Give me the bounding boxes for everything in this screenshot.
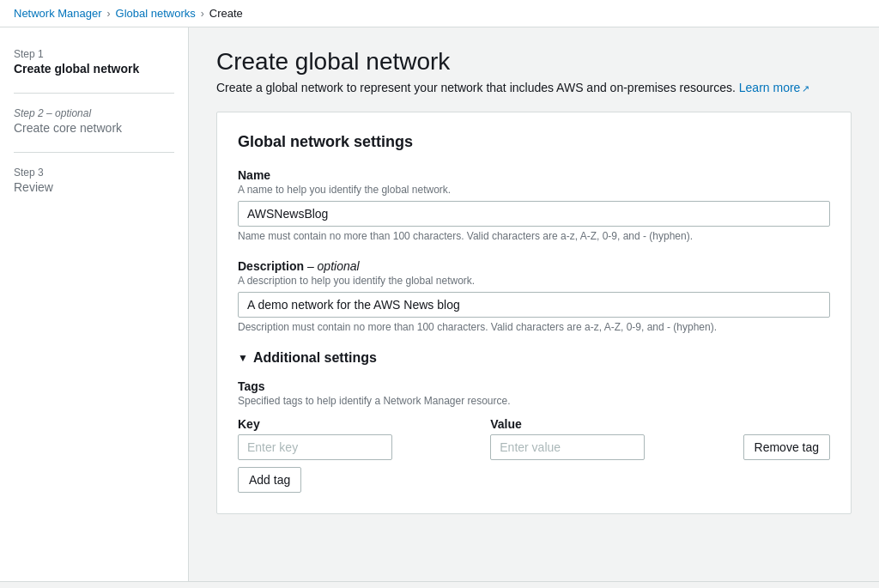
remove-tag-button[interactable]: Remove tag (743, 434, 830, 460)
page-title: Create global network (216, 48, 852, 76)
tags-hint: Specified tags to help identify a Networ… (238, 395, 830, 407)
name-label: Name (238, 168, 830, 182)
add-tag-button[interactable]: Add tag (238, 467, 301, 493)
breadcrumb-sep-1: › (107, 8, 111, 20)
sidebar: Step 1 Create global network Step 2 – op… (0, 27, 189, 581)
breadcrumb-network-manager[interactable]: Network Manager (14, 7, 102, 20)
tags-section: Tags Specified tags to help identify a N… (238, 379, 830, 493)
step-2-label: Step 2 – optional (14, 107, 174, 119)
tag-value-input[interactable] (490, 434, 645, 460)
remove-tag-wrapper: Remove tag (743, 417, 830, 460)
step-1-name: Create global network (14, 62, 174, 76)
step-3-item: Step 3 Review (14, 167, 174, 194)
description-label: Description – optional (238, 259, 830, 273)
breadcrumb-create: Create (209, 7, 243, 20)
name-input[interactable] (238, 201, 830, 227)
description-hint: A description to help you identify the g… (238, 275, 830, 287)
page-description: Create a global network to represent you… (216, 81, 852, 94)
footer-actions: Cancel Next (0, 581, 879, 588)
step-2-item: Step 2 – optional Create core network (14, 107, 174, 135)
breadcrumb-sep-2: › (201, 8, 204, 20)
accordion-expand-icon: ▼ (238, 352, 248, 364)
step-1-label: Step 1 (14, 48, 174, 60)
step-3-label: Step 3 (14, 167, 174, 179)
tag-value-label: Value (490, 417, 732, 431)
breadcrumb-global-networks[interactable]: Global networks (116, 7, 196, 20)
description-form-group: Description – optional A description to … (238, 259, 830, 333)
description-constraint: Description must contain no more than 10… (238, 321, 830, 333)
tags-label: Tags (238, 379, 830, 393)
learn-more-link[interactable]: Learn more↗ (739, 81, 810, 94)
tag-key-input[interactable] (238, 434, 392, 460)
step-2-name: Create core network (14, 121, 174, 135)
additional-settings-section: ▼ Additional settings Tags Specified tag… (238, 350, 830, 493)
main-layout: Step 1 Create global network Step 2 – op… (0, 27, 879, 581)
step-divider-2 (14, 152, 174, 153)
global-network-settings-card: Global network settings Name A name to h… (216, 112, 852, 514)
card-title: Global network settings (238, 133, 830, 151)
step-3-name: Review (14, 180, 174, 194)
tag-key-col: Key (238, 417, 480, 460)
additional-settings-label: Additional settings (253, 350, 377, 366)
tag-value-col: Value (490, 417, 732, 460)
description-input[interactable] (238, 292, 830, 318)
step-1-item: Step 1 Create global network (14, 48, 174, 76)
content-area: Create global network Create a global ne… (189, 27, 879, 581)
name-constraint: Name must contain no more than 100 chara… (238, 230, 830, 242)
name-hint: A name to help you identify the global n… (238, 184, 830, 196)
step-divider-1 (14, 93, 174, 94)
tag-input-row: Key Value Remove tag (238, 417, 830, 460)
tag-key-label: Key (238, 417, 480, 431)
external-link-icon: ↗ (802, 83, 809, 94)
name-form-group: Name A name to help you identify the glo… (238, 168, 830, 242)
additional-settings-header[interactable]: ▼ Additional settings (238, 350, 830, 366)
breadcrumb-bar: Network Manager › Global networks › Crea… (0, 0, 879, 27)
